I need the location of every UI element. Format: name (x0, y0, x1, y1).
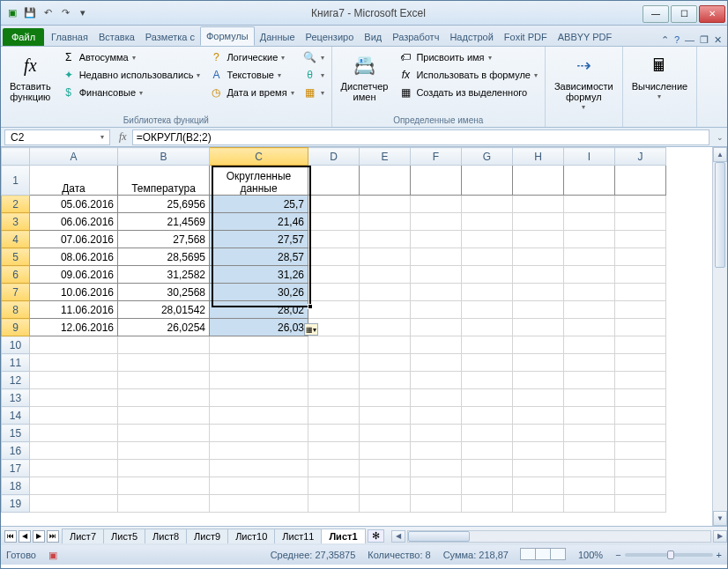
logical-button[interactable]: ?Логические (207, 49, 295, 65)
cell-I2[interactable] (564, 196, 615, 213)
cell-E5[interactable] (360, 248, 411, 266)
row-header-18[interactable]: 18 (2, 477, 30, 495)
cell-J10[interactable] (615, 336, 666, 354)
minimize-button[interactable]: — (643, 5, 669, 23)
cell-G19[interactable] (462, 495, 513, 513)
cell-I8[interactable] (564, 301, 615, 319)
financial-button[interactable]: $Финансовые (60, 85, 203, 100)
row-header-10[interactable]: 10 (2, 336, 30, 354)
cell-H18[interactable] (513, 477, 564, 495)
cell-B18[interactable] (118, 477, 210, 495)
cell-E17[interactable] (360, 460, 411, 477)
cell-F9[interactable] (411, 319, 462, 336)
cell-I19[interactable] (564, 495, 615, 513)
cell-I14[interactable] (564, 407, 615, 425)
cell-F3[interactable] (411, 213, 462, 231)
row-header-1[interactable]: 1 (2, 166, 30, 196)
col-header-B[interactable]: B (118, 148, 210, 166)
cell-J11[interactable] (615, 354, 666, 372)
ribbon-minimize-icon[interactable]: ⌃ (661, 34, 669, 46)
cell-F8[interactable] (411, 301, 462, 319)
scroll-up-icon[interactable]: ▲ (713, 147, 727, 162)
cell-D3[interactable] (308, 213, 360, 231)
cell-E12[interactable] (360, 372, 411, 389)
cell-E6[interactable] (360, 266, 411, 284)
cell-C12[interactable] (210, 372, 308, 389)
cell-B19[interactable] (118, 495, 210, 513)
cell-D17[interactable] (308, 460, 360, 477)
sheet-tab-Лист1[interactable]: Лист1 (321, 528, 365, 543)
cell-C16[interactable] (210, 442, 308, 460)
macro-record-icon[interactable]: ▣ (48, 550, 57, 561)
cell-I15[interactable] (564, 425, 615, 442)
cell-C2[interactable]: 25,7 (210, 196, 308, 213)
cell-D13[interactable] (308, 389, 360, 407)
cell-A15[interactable] (30, 425, 118, 442)
cell-F18[interactable] (411, 477, 462, 495)
zoom-slider[interactable] (625, 553, 713, 557)
cell-E2[interactable] (360, 196, 411, 213)
cell-J19[interactable] (615, 495, 666, 513)
cell-B16[interactable] (118, 442, 210, 460)
cell-F12[interactable] (411, 372, 462, 389)
cell-G12[interactable] (462, 372, 513, 389)
cell-J6[interactable] (615, 266, 666, 284)
cell-J3[interactable] (615, 213, 666, 231)
cell-J18[interactable] (615, 477, 666, 495)
maximize-button[interactable]: ☐ (671, 5, 697, 23)
cell-B17[interactable] (118, 460, 210, 477)
math-button[interactable]: θ (301, 67, 326, 83)
cell-A7[interactable]: 10.06.2016 (30, 284, 118, 301)
cell-E8[interactable] (360, 301, 411, 319)
formula-auditing-button[interactable]: ⇢ Зависимости формул (551, 49, 617, 114)
cell-E11[interactable] (360, 354, 411, 372)
cell-A10[interactable] (30, 336, 118, 354)
cell-A11[interactable] (30, 354, 118, 372)
cell-J1[interactable] (615, 166, 666, 196)
cell-B3[interactable]: 21,4569 (118, 213, 210, 231)
lookup-button[interactable]: 🔍 (301, 49, 326, 65)
cell-F2[interactable] (411, 196, 462, 213)
cell-G6[interactable] (462, 266, 513, 284)
cell-E1[interactable] (360, 166, 411, 196)
cell-E4[interactable] (360, 231, 411, 248)
cell-D14[interactable] (308, 407, 360, 425)
cell-B15[interactable] (118, 425, 210, 442)
cell-J9[interactable] (615, 319, 666, 336)
col-header-H[interactable]: H (513, 148, 564, 166)
cell-C3[interactable]: 21,46 (210, 213, 308, 231)
cell-G1[interactable] (462, 166, 513, 196)
cell-G5[interactable] (462, 248, 513, 266)
cell-H11[interactable] (513, 354, 564, 372)
cell-F10[interactable] (411, 336, 462, 354)
cell-H4[interactable] (513, 231, 564, 248)
cell-I18[interactable] (564, 477, 615, 495)
cell-B14[interactable] (118, 407, 210, 425)
cell-C7[interactable]: 30,26 (210, 284, 308, 301)
cell-A14[interactable] (30, 407, 118, 425)
cell-E3[interactable] (360, 213, 411, 231)
row-header-16[interactable]: 16 (2, 442, 30, 460)
more-fn-button[interactable]: ▦ (301, 85, 326, 100)
cell-B10[interactable] (118, 336, 210, 354)
cell-C8[interactable]: 28,02 (210, 301, 308, 319)
cell-C5[interactable]: 28,57 (210, 248, 308, 266)
cell-C18[interactable] (210, 477, 308, 495)
sheet-nav-first-icon[interactable]: ⏮ (4, 530, 17, 543)
cell-I16[interactable] (564, 442, 615, 460)
worksheet-area[interactable]: ABCDEFGHIJ1ДатаТемператураОкругленные да… (1, 147, 727, 526)
cell-G10[interactable] (462, 336, 513, 354)
tab-data[interactable]: Данные (255, 28, 301, 46)
cell-A9[interactable]: 12.06.2016 (30, 319, 118, 336)
namebox-dropdown-icon[interactable]: ▾ (100, 133, 104, 141)
create-from-selection-button[interactable]: ▦Создать из выделенного (397, 85, 539, 100)
cell-B12[interactable] (118, 372, 210, 389)
cell-F14[interactable] (411, 407, 462, 425)
workbook-close-icon[interactable]: ✕ (714, 34, 722, 46)
col-header-J[interactable]: J (615, 148, 666, 166)
cell-E16[interactable] (360, 442, 411, 460)
zoom-in-icon[interactable]: + (717, 550, 722, 560)
row-header-19[interactable]: 19 (2, 495, 30, 513)
cell-F6[interactable] (411, 266, 462, 284)
cell-I5[interactable] (564, 248, 615, 266)
